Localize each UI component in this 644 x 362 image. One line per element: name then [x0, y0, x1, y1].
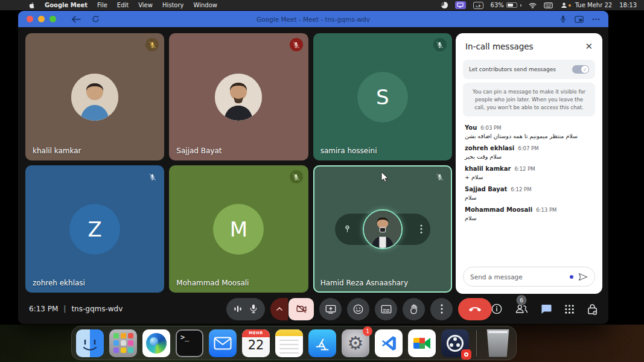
menu-window[interactable]: Window: [194, 2, 217, 8]
launchpad-grid: [113, 333, 133, 353]
menu-history[interactable]: History: [162, 2, 184, 8]
message-time: 6:07 PM: [518, 145, 538, 151]
toggle-label: Let contributors send messages: [469, 66, 556, 72]
wifi-icon[interactable]: [529, 2, 537, 8]
in-call-messages-panel: In-call messages ✕ Let contributors send…: [456, 33, 602, 294]
message-time: 6:13 PM: [536, 207, 556, 213]
dock-obs-icon[interactable]: [441, 329, 469, 357]
mic-off-icon: [433, 170, 447, 183]
mouse-cursor: [381, 171, 389, 183]
dock-appstore-icon[interactable]: [308, 329, 336, 357]
chat-panel-title: In-call messages: [465, 42, 534, 51]
camera-off-button[interactable]: [289, 298, 314, 320]
battery-percent: 63%: [491, 2, 504, 8]
screen-time-icon[interactable]: [441, 2, 448, 8]
pin-icon[interactable]: [343, 224, 352, 233]
message-input[interactable]: [470, 273, 565, 281]
activities-grid-icon[interactable]: [564, 304, 575, 314]
mic-off-icon: [290, 170, 303, 183]
send-message-icon[interactable]: [578, 273, 588, 281]
host-controls-lock-icon[interactable]: [587, 303, 598, 315]
participant-tile-zohreh-ekhlasi[interactable]: Z zohreh ekhlasi: [25, 165, 164, 293]
close-icon[interactable]: ✕: [585, 42, 593, 51]
menu-edit[interactable]: Edit: [117, 2, 129, 8]
back-button[interactable]: [72, 16, 81, 23]
input-source-icon[interactable]: ف: [473, 2, 483, 9]
message-text: سلام منتظر میمونیم تا همه دوستان اضافه ب…: [465, 133, 593, 139]
message-sender: Sajjad Bayat: [465, 186, 507, 192]
meeting-details-icon[interactable]: [491, 303, 502, 314]
zoom-window-button[interactable]: [49, 16, 56, 22]
mic-off-icon: [433, 38, 447, 51]
apple-logo-icon[interactable]: [28, 1, 35, 10]
close-window-button[interactable]: [27, 16, 33, 22]
raise-hand-button[interactable]: [403, 298, 425, 320]
message-text: سلام: [465, 215, 593, 221]
participant-name: Hamid Reza Asnaashary: [320, 279, 409, 287]
video-grid: khalil kamkar Sajjad Bayat S samira hoss…: [25, 33, 452, 293]
battery-cap: [520, 4, 521, 7]
dock-terminal-icon[interactable]: >_: [176, 329, 203, 357]
dock-mail-icon[interactable]: [209, 329, 237, 357]
tile-more-options-icon[interactable]: [420, 224, 422, 233]
chat-message-list[interactable]: You6:03 PM سلام منتظر میمونیم تا همه دوس…: [456, 116, 602, 262]
menu-app-name[interactable]: Google Meet: [45, 2, 88, 8]
menu-view[interactable]: View: [138, 2, 153, 8]
camera-options-chevron-icon[interactable]: [270, 298, 288, 320]
browser-title-bar[interactable]: Google Meet - Meet - tns-gqms-wdv: [18, 11, 608, 27]
meet-control-bar: 6:13 PM | tns-gqms-wdv: [18, 294, 608, 324]
notification-dot: [569, 4, 571, 7]
captions-button[interactable]: [375, 298, 397, 320]
participant-tile-hamid-reza-asnaashary[interactable]: Hamid Reza Asnaashary: [313, 165, 452, 293]
macos-menu-bar: Google Meet File Edit View History Windo…: [0, 0, 644, 10]
menu-file[interactable]: File: [97, 2, 107, 8]
notes-header: [275, 329, 303, 336]
dock-vscode-icon[interactable]: [375, 329, 403, 357]
dock-finder-icon[interactable]: [76, 329, 104, 357]
fast-user-switch-icon[interactable]: [560, 2, 568, 8]
menu-date[interactable]: Tue Mehr 22: [575, 2, 612, 8]
browser-more-menu-icon[interactable]: [592, 18, 600, 21]
dock-meet-icon[interactable]: [408, 329, 436, 357]
participant-name: khalil kamkar: [33, 147, 81, 155]
show-everyone-button[interactable]: 6: [515, 304, 528, 314]
microphone-icon[interactable]: [249, 304, 258, 314]
participant-tile-khalil-kamkar[interactable]: khalil kamkar: [25, 33, 164, 160]
dock-notes-icon[interactable]: [275, 329, 303, 357]
minimize-window-button[interactable]: [38, 16, 45, 22]
dock-launchpad-icon[interactable]: [109, 329, 137, 357]
dock-calendar-icon[interactable]: MEHR 22: [242, 329, 270, 357]
more-options-button[interactable]: [430, 298, 453, 320]
chat-message: You6:03 PM سلام منتظر میمونیم تا همه دوس…: [465, 124, 593, 139]
audio-levels-icon: [234, 305, 242, 313]
present-screen-button[interactable]: [319, 298, 342, 320]
picture-in-picture-icon[interactable]: [575, 16, 584, 23]
browser-tab-title: Google Meet - Meet - tns-gqms-wdv: [18, 16, 608, 23]
send-messages-toggle[interactable]: ✓: [572, 65, 589, 74]
keyboard-icon[interactable]: [544, 2, 553, 8]
menu-time[interactable]: 18:13: [619, 2, 637, 8]
avatar: [215, 74, 262, 121]
tab-mic-in-use-icon[interactable]: [560, 15, 566, 23]
screen-sharing-icon[interactable]: [455, 1, 466, 9]
message-time: 6:12 PM: [514, 166, 535, 172]
reactions-button[interactable]: [347, 298, 369, 320]
message-text: سلام: [465, 194, 593, 201]
notes-lines: [275, 336, 303, 357]
message-time: 6:12 PM: [511, 186, 531, 192]
battery-status[interactable]: 63%: [491, 2, 521, 8]
chat-button-active[interactable]: [541, 304, 552, 314]
dock-trash-icon[interactable]: [484, 329, 512, 357]
audio-settings-button[interactable]: [226, 298, 265, 320]
contributors-toggle-card: Let contributors send messages ✓: [463, 60, 595, 79]
mic-off-icon: [145, 38, 159, 51]
participant-tile-samira-hosseini[interactable]: S samira hosseini: [313, 33, 452, 160]
end-call-button[interactable]: [458, 298, 492, 320]
reload-button[interactable]: [92, 15, 100, 23]
dock-settings-icon[interactable]: ⚙ 1: [342, 329, 369, 357]
participant-tile-mohammad-moosali[interactable]: M Mohammad Moosali: [169, 165, 308, 293]
participant-tile-sajjad-bayat[interactable]: Sajjad Bayat: [169, 33, 308, 160]
meeting-code: tns-gqms-wdv: [71, 305, 123, 313]
meeting-time: 6:13 PM: [29, 305, 58, 313]
dock-edge-icon[interactable]: [142, 329, 170, 357]
